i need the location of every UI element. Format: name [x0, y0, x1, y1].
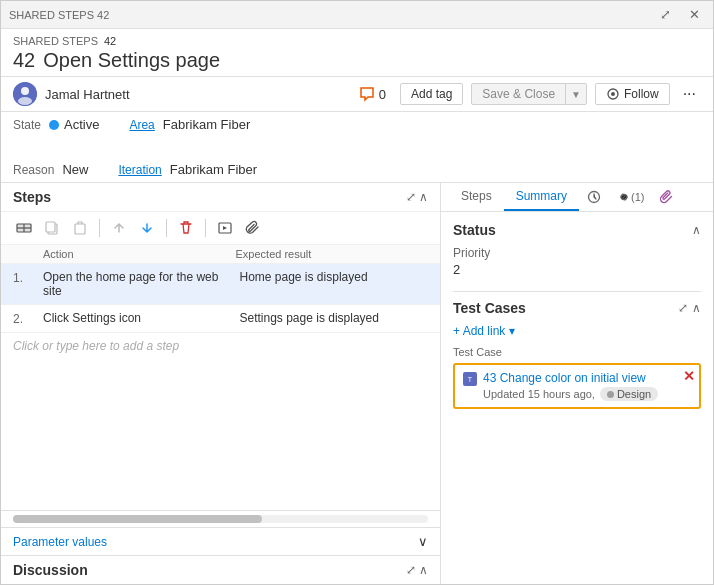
priority-value: 2	[453, 262, 701, 277]
design-label: Design	[617, 388, 651, 400]
toolbar-separator-3	[205, 219, 206, 237]
tab-attachments[interactable]	[652, 183, 682, 211]
copy-button[interactable]	[41, 217, 63, 239]
delete-button[interactable]	[175, 217, 197, 239]
steps-title: Steps	[13, 189, 51, 205]
step-row-1[interactable]: 1. Open the home page for the web site H…	[1, 264, 440, 305]
tab-links[interactable]: (1)	[609, 183, 652, 211]
avatar	[13, 82, 37, 106]
scrollbar-area	[1, 510, 440, 527]
close-button[interactable]: ✕	[684, 5, 705, 24]
attachment-icon	[245, 220, 261, 236]
move-up-icon	[111, 220, 127, 236]
attachment-button[interactable]	[242, 217, 264, 239]
add-link-label: + Add link	[453, 324, 505, 338]
parameter-values-label: Parameter values	[13, 535, 107, 549]
steps-expand-button[interactable]: ⤢ ∧	[406, 190, 428, 204]
test-case-updated: Updated 15 hours ago,	[483, 388, 595, 400]
work-item-type-id: 42	[104, 35, 116, 47]
iteration-field-group: Iteration Fabrikam Fiber	[118, 162, 257, 177]
test-cases-collapse-button[interactable]: ∧	[692, 301, 701, 315]
paste-button[interactable]	[69, 217, 91, 239]
tabs-bar: Steps Summary (1)	[441, 183, 713, 212]
steps-toolbar	[1, 212, 440, 245]
step-row-2[interactable]: 2. Click Settings icon Settings page is …	[1, 305, 440, 333]
add-step-text: Click or type here to add a step	[13, 339, 179, 353]
maximize-button[interactable]: ⤢	[655, 5, 676, 24]
delete-icon	[178, 220, 194, 236]
work-item-id: 42	[13, 49, 35, 72]
test-case-title[interactable]: 43 Change color on initial view	[483, 371, 691, 385]
avatar-svg	[13, 82, 37, 106]
add-link-chevron: ▾	[509, 324, 515, 338]
test-cases-section: Test Cases ⤢ ∧ + Add link ▾ Test Case	[453, 291, 701, 409]
toolbar-separator-2	[166, 219, 167, 237]
insert-row-button[interactable]	[13, 217, 35, 239]
more-button[interactable]: ···	[678, 82, 701, 106]
work-item-type-row: SHARED STEPS 42	[13, 35, 701, 47]
links-count: (1)	[631, 191, 644, 203]
copy-icon	[44, 220, 60, 236]
test-cases-header: Test Cases ⤢ ∧	[453, 291, 701, 316]
status-section-header: Status ∧	[453, 222, 701, 238]
area-label[interactable]: Area	[129, 118, 154, 132]
step-action-1: Open the home page for the web site	[43, 270, 240, 298]
insert-shared-icon	[217, 220, 233, 236]
discussion-section: Discussion ⤢ ∧	[1, 555, 440, 584]
test-case-close-button[interactable]: ✕	[683, 369, 695, 383]
title-bar-left: SHARED STEPS 42	[9, 9, 109, 21]
discussion-expand-button[interactable]: ⤢ ∧	[406, 563, 428, 577]
right-panel: Steps Summary (1)	[441, 183, 713, 584]
add-tag-button[interactable]: Add tag	[400, 83, 463, 105]
svg-point-4	[611, 92, 615, 96]
design-dot	[607, 391, 614, 398]
state-dot	[49, 120, 59, 130]
step-num-1: 1.	[13, 270, 43, 285]
add-step-row[interactable]: Click or type here to add a step	[1, 333, 440, 359]
status-expand-button[interactable]: ∧	[692, 223, 701, 237]
tab-history[interactable]	[579, 183, 609, 211]
comment-button[interactable]: 0	[353, 83, 392, 105]
test-cases-expand-button[interactable]: ⤢	[678, 301, 688, 315]
iteration-label[interactable]: Iteration	[118, 163, 161, 177]
save-close-dropdown-button[interactable]: ▼	[566, 86, 586, 103]
test-case-icon: T	[463, 372, 477, 386]
insert-row-icon	[16, 220, 32, 236]
work-item-title-row: 42 Open Settings page	[13, 49, 701, 72]
status-title: Status	[453, 222, 496, 238]
work-item-title: Open Settings page	[43, 49, 220, 72]
paperclip-icon	[660, 190, 674, 204]
steps-table: 1. Open the home page for the web site H…	[1, 264, 440, 510]
test-cases-header-controls: ⤢ ∧	[678, 301, 701, 315]
follow-icon	[606, 87, 620, 101]
save-close-group: Save & Close ▼	[471, 83, 587, 105]
step-num-2: 2.	[13, 311, 43, 326]
reason-value: New	[62, 162, 88, 177]
step-result-1: Home page is displayed	[240, 270, 429, 284]
second-fields-row: Reason New Iteration Fabrikam Fiber	[13, 162, 701, 177]
svg-point-1	[21, 87, 29, 95]
design-tag: Design	[600, 387, 658, 401]
steps-panel: Steps ⤢ ∧	[1, 183, 440, 555]
title-bar-right: ⤢ ✕	[655, 5, 705, 24]
svg-text:T: T	[468, 376, 473, 383]
col-action-header: Action	[43, 248, 236, 260]
window-title: SHARED STEPS 42	[9, 9, 109, 21]
move-down-button[interactable]	[136, 217, 158, 239]
follow-button[interactable]: Follow	[595, 83, 670, 105]
insert-shared-steps-button[interactable]	[214, 217, 236, 239]
tab-summary[interactable]: Summary	[504, 183, 579, 211]
add-link-button[interactable]: + Add link ▾	[453, 324, 515, 338]
steps-header-controls: ⤢ ∧	[406, 190, 428, 204]
paste-icon	[72, 220, 88, 236]
save-close-button[interactable]: Save & Close	[472, 84, 566, 104]
horizontal-scrollbar[interactable]	[13, 515, 428, 523]
move-down-icon	[139, 220, 155, 236]
test-case-label: Test Case	[453, 346, 701, 358]
parameter-values-row[interactable]: Parameter values ∨	[1, 527, 440, 555]
toolbar: Jamal Hartnett 0 Add tag Save & Close ▼ …	[1, 77, 713, 112]
tab-steps[interactable]: Steps	[449, 183, 504, 211]
work-item-header: SHARED STEPS 42 42 Open Settings page	[1, 29, 713, 77]
svg-rect-9	[75, 224, 85, 234]
move-up-button[interactable]	[108, 217, 130, 239]
